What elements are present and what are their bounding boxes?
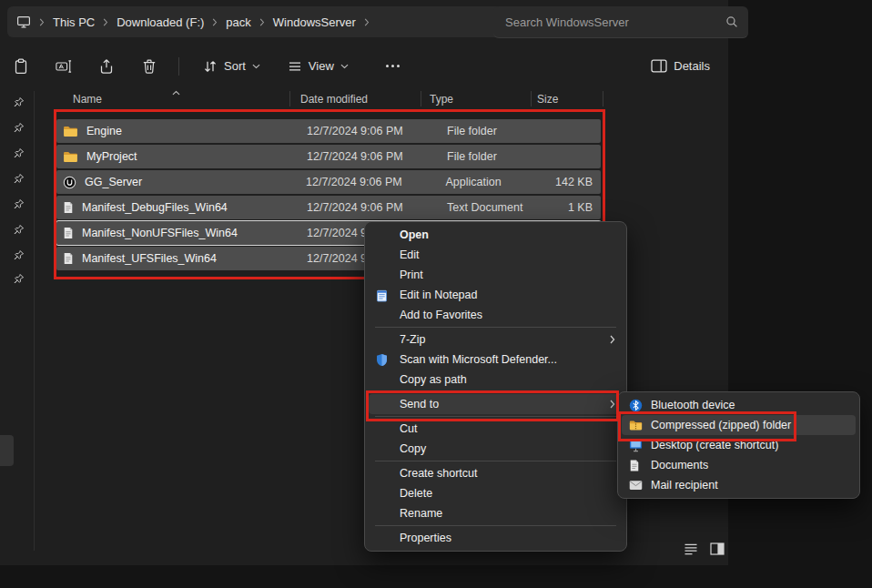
breadcrumb-item-drive[interactable]: Downloaded (F:) [117, 15, 204, 29]
chevron-right-icon [610, 335, 615, 344]
file-row-engine[interactable]: Engine 12/7/2024 9:06 PM File folder [56, 119, 601, 143]
menu-item-properties[interactable]: Properties [369, 528, 623, 548]
file-date: 12/7/2024 9:06 PM [295, 176, 436, 188]
menu-item-copy[interactable]: Copy [369, 439, 623, 459]
menu-separator [375, 461, 616, 461]
file-row-gg-server[interactable]: GG_Server 12/7/2024 9:06 PM Application … [56, 170, 601, 194]
sort-button[interactable]: Sort [194, 54, 269, 79]
grid-view-toggle[interactable] [707, 539, 727, 558]
column-header-date-modified[interactable]: Date modified [300, 93, 368, 106]
sort-icon [203, 59, 218, 74]
menu-item-delete[interactable]: Delete [369, 483, 623, 503]
breadcrumb-chevron-icon[interactable] [212, 18, 218, 26]
pin-icon[interactable] [13, 96, 25, 108]
column-header-name[interactable]: Name [73, 93, 102, 106]
menu-item-cut[interactable]: Cut [369, 419, 623, 439]
breadcrumb-item-windowsserver[interactable]: WindowsServer [273, 15, 356, 29]
menu-item-create-shortcut[interactable]: Create shortcut [369, 463, 623, 483]
more-options-icon [397, 65, 400, 67]
more-options-icon [391, 65, 394, 67]
file-name: Manifest_NonUFSFiles_Win64 [82, 227, 238, 239]
submenu-item-documents[interactable]: Documents [622, 455, 856, 475]
breadcrumb-item-pack[interactable]: pack [226, 15, 250, 29]
chevron-right-icon [610, 400, 615, 409]
column-header-type[interactable]: Type [430, 93, 453, 106]
breadcrumb-chevron-icon[interactable] [39, 18, 45, 26]
text-document-icon [63, 201, 74, 214]
text-document-icon [63, 227, 74, 239]
zipped-folder-icon [629, 420, 643, 431]
sort-ascending-icon [172, 90, 180, 96]
menu-item-label: Send to [400, 398, 439, 411]
file-name: GG_Server [85, 176, 142, 188]
menu-item-7zip[interactable]: 7-Zip [369, 329, 623, 350]
submenu-icon-slot [629, 420, 651, 431]
menu-item-send-to[interactable]: Send to [369, 394, 623, 414]
file-row-manifest-debugfiles[interactable]: Manifest_DebugFiles_Win64 12/7/2024 9:06… [56, 196, 601, 219]
file-name-cell: Manifest_NonUFSFiles_Win64 [56, 227, 296, 239]
file-date: 12/7/2024 9:06 PM [296, 201, 438, 214]
share-button[interactable] [93, 53, 120, 80]
menu-item-label: Edit [400, 248, 420, 261]
submenu-icon-slot [629, 459, 651, 472]
pin-icon[interactable] [13, 122, 25, 134]
menu-item-print[interactable]: Print [369, 265, 623, 285]
pin-icon[interactable] [13, 198, 25, 210]
submenu-item-bluetooth-device[interactable]: Bluetooth device [622, 395, 856, 415]
paste-button[interactable] [7, 53, 35, 80]
toolbar: Sort View Details [0, 44, 735, 88]
submenu-item-desktop-create-shortcut[interactable]: Desktop (create shortcut) [622, 435, 856, 455]
column-divider[interactable] [603, 91, 603, 106]
search-input[interactable] [503, 15, 725, 30]
menu-item-copy-as-path[interactable]: Copy as path [369, 370, 623, 390]
menu-item-scan-with-defender[interactable]: Scan with Microsoft Defender... [369, 350, 623, 370]
notepad-icon [376, 289, 388, 302]
view-button[interactable]: View [279, 54, 358, 79]
menu-item-edit-in-notepad[interactable]: Edit in Notepad [369, 285, 623, 305]
submenu-item-compressed-zipped-folder[interactable]: Compressed (zipped) folder [622, 415, 856, 435]
column-header-size[interactable]: Size [537, 93, 558, 106]
file-row-myproject[interactable]: MyProject 12/7/2024 9:06 PM File folder [56, 145, 601, 168]
delete-button[interactable] [136, 53, 163, 80]
pin-icon[interactable] [13, 224, 25, 236]
more-options-button[interactable] [378, 53, 409, 80]
nav-pane-peek-item[interactable] [0, 435, 14, 466]
submenu-item-mail-recipient[interactable]: Mail recipient [622, 475, 856, 495]
breadcrumb-item-this-pc[interactable]: This PC [53, 15, 95, 29]
pin-icon[interactable] [13, 173, 25, 185]
toolbar-divider [178, 57, 179, 76]
menu-icon-slot [376, 353, 400, 367]
search-box[interactable] [493, 6, 748, 38]
breadcrumb-chevron-icon[interactable] [364, 18, 370, 26]
breadcrumb[interactable]: This PC Downloaded (F:) pack WindowsServ… [7, 6, 502, 37]
rename-button[interactable] [50, 53, 77, 80]
menu-item-rename[interactable]: Rename [369, 503, 623, 523]
view-toggles [681, 539, 727, 558]
file-type: Text Document [438, 201, 557, 214]
column-divider[interactable] [421, 91, 421, 106]
pin-icon[interactable] [13, 249, 25, 261]
menu-item-add-to-favorites[interactable]: Add to Favorites [369, 305, 623, 325]
menu-item-label: Copy as path [400, 373, 467, 386]
file-size: 142 KB [555, 176, 601, 188]
nav-pane-scrollbar[interactable] [34, 91, 35, 551]
column-divider[interactable] [289, 91, 290, 106]
menu-item-edit[interactable]: Edit [369, 245, 623, 265]
column-divider[interactable] [531, 91, 532, 106]
list-view-toggle[interactable] [681, 539, 701, 558]
pin-icon[interactable] [13, 147, 25, 159]
details-pane-button[interactable]: Details [642, 54, 719, 78]
submenu-item-label: Compressed (zipped) folder [651, 419, 791, 431]
menu-item-label: Cut [400, 422, 417, 435]
submenu-item-label: Desktop (create shortcut) [651, 439, 778, 451]
file-name-cell: GG_Server [56, 176, 295, 189]
view-icon [288, 59, 302, 74]
context-menu: Open Edit Print Edit in Notepad Add to F… [364, 221, 627, 552]
clipboard-icon [13, 58, 29, 75]
file-name-cell: Engine [56, 125, 296, 137]
breadcrumb-chevron-icon[interactable] [259, 18, 265, 26]
menu-item-open[interactable]: Open [369, 225, 623, 245]
pin-icon[interactable] [13, 273, 25, 285]
desktop-icon [629, 439, 643, 452]
breadcrumb-chevron-icon[interactable] [103, 18, 108, 26]
